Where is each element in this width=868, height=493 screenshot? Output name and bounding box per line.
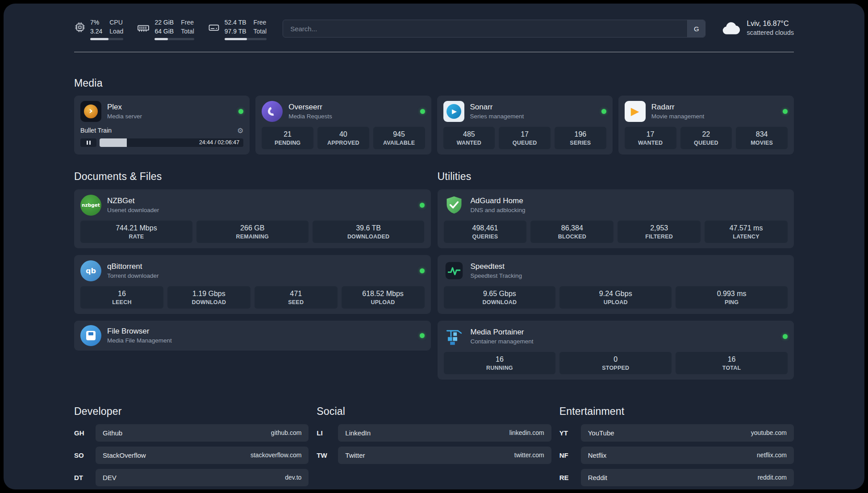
play-icon: ▶ — [631, 106, 639, 117]
stat-value: 16 — [83, 290, 161, 298]
overseerr-card[interactable]: Overseerr Media Requests 21PENDING40APPR… — [255, 96, 431, 155]
bookmark-abbr: NF — [559, 451, 581, 459]
stat-box: 2,953FILTERED — [618, 221, 701, 243]
stat-box: 16RUNNING — [444, 352, 556, 374]
stat-box: 471SEED — [255, 286, 338, 309]
portainer-icon — [444, 326, 465, 347]
section-title-media: Media — [74, 77, 794, 89]
bookmark-name: LinkedIn — [345, 429, 371, 437]
stat-box: 39.6 TBDOWNLOADED — [313, 221, 425, 243]
bookmark-row: SOStackOverflowstackoverflow.com — [74, 447, 309, 464]
cpu-icon — [74, 21, 86, 33]
adguard-shield-icon — [444, 195, 465, 216]
search-bar: G — [283, 20, 705, 38]
pause-button[interactable] — [80, 138, 96, 147]
app-name: Plex — [107, 103, 233, 112]
bookmark-row: LILinkedInlinkedin.com — [317, 424, 551, 442]
now-playing-title: Bullet Train — [80, 127, 237, 134]
stat-box: 9.65 GbpsDOWNLOAD — [444, 286, 556, 309]
weather-widget: Lviv, 16.87°C scattered clouds — [722, 19, 794, 36]
nzbget-icon: nzbget — [80, 195, 101, 216]
stat-label: QUERIES — [447, 234, 524, 240]
stat-box: 266 GBREMAINING — [196, 221, 309, 243]
playback-progress-fill — [100, 138, 127, 147]
stat-label: SERIES — [557, 140, 604, 146]
top-bar: 7% 3.24 CPU Load 22 GiB — [74, 4, 794, 40]
bookmark-abbr: TW — [317, 451, 338, 459]
cpu-monitor: 7% 3.24 CPU Load — [74, 19, 123, 40]
bookmark-name: Twitter — [345, 451, 365, 459]
stat-box: 17QUEUED — [499, 127, 551, 149]
ram-total-label: Total — [181, 28, 194, 35]
sonarr-card[interactable]: ▶ Sonarr Series management 485WANTED17QU… — [437, 96, 613, 155]
section-developer: Developer GHGithubgithub.comSOStackOverf… — [74, 405, 309, 486]
gear-icon[interactable]: ⚙ — [237, 126, 243, 135]
speedtest-card[interactable]: Speedtest Speedtest Tracking 9.65 GbpsDO… — [438, 255, 794, 314]
bookmark-link[interactable]: LinkedInlinkedin.com — [338, 424, 551, 442]
ram-total-value: 64 GiB — [154, 28, 174, 35]
bookmark-link[interactable]: Redditreddit.com — [581, 469, 794, 486]
filebrowser-card[interactable]: File Browser Media File Management — [74, 321, 431, 351]
stat-value: 9.65 Gbps — [447, 290, 553, 298]
bookmark-link[interactable]: Netflixnetflix.com — [581, 447, 794, 464]
playback-progress-bar[interactable]: 24:44 / 02:06:47 — [100, 138, 243, 147]
stat-value: 266 GB — [199, 224, 306, 232]
bookmark-url: github.com — [271, 429, 301, 436]
nzbget-card[interactable]: nzbget NZBGet Usenet downloader 744.21 M… — [74, 189, 431, 248]
stat-label: UPLOAD — [562, 299, 669, 305]
portainer-card[interactable]: Media Portainer Container management 16R… — [438, 321, 794, 380]
stat-box: 9.24 GbpsUPLOAD — [559, 286, 672, 309]
search-engine-button[interactable]: G — [687, 20, 705, 37]
app-name: NZBGet — [107, 196, 414, 205]
stat-box: 0.993 msPING — [676, 286, 788, 309]
app-name: Media Portainer — [471, 328, 777, 337]
stat-box: 834MOVIES — [736, 127, 788, 149]
stat-label: STOPPED — [562, 365, 669, 371]
stat-box: 22QUEUED — [680, 127, 732, 149]
app-subtitle: Usenet downloader — [107, 207, 414, 213]
disk-monitor: 52.4 TB 97.9 TB Free Total — [208, 19, 267, 40]
stat-value: 0 — [562, 355, 669, 363]
weather-condition: scattered clouds — [747, 29, 794, 36]
filebrowser-icon — [80, 325, 101, 346]
plex-chevron-icon: › — [84, 104, 98, 118]
overseerr-icon — [262, 101, 283, 122]
stat-box: 16LEECH — [80, 286, 163, 309]
bookmark-abbr: YT — [559, 429, 581, 437]
bookmark-link[interactable]: YouTubeyoutube.com — [581, 424, 794, 442]
disk-free-label: Free — [254, 19, 267, 26]
bookmark-url: dev.to — [285, 474, 301, 481]
stat-box: 40APPROVED — [317, 127, 369, 149]
stat-value: 40 — [320, 130, 367, 138]
bookmark-name: YouTube — [588, 429, 614, 437]
dashboard-panel: 7% 3.24 CPU Load 22 GiB — [4, 4, 864, 489]
bookmark-link[interactable]: Githubgithub.com — [96, 424, 309, 442]
plex-card[interactable]: › Plex Media server Bullet Train ⚙ 24:44 — [74, 96, 250, 155]
floppy-icon — [86, 331, 96, 340]
bookmark-link[interactable]: StackOverflowstackoverflow.com — [96, 447, 309, 464]
bookmark-link[interactable]: DEVdev.to — [96, 469, 309, 486]
cpu-load-label: Load — [109, 28, 123, 35]
stat-label: UPLOAD — [344, 299, 422, 305]
plex-icon: › — [80, 101, 101, 122]
search-input[interactable] — [283, 20, 705, 38]
bookmark-url: linkedin.com — [509, 429, 544, 436]
radarr-card[interactable]: ▶ Radarr Movie management 17WANTED22QUEU… — [618, 96, 794, 155]
app-subtitle: Media server — [107, 113, 233, 120]
disk-total-value: 97.9 TB — [225, 28, 246, 35]
cpu-percent: 7% — [90, 19, 102, 26]
disk-icon — [208, 21, 220, 34]
stat-box: 86,384BLOCKED — [530, 221, 613, 243]
section-media: Media › Plex Media server Bullet Train ⚙ — [74, 77, 794, 155]
status-dot — [420, 268, 425, 273]
adguard-card[interactable]: AdGuard Home DNS and adblocking 498,461Q… — [438, 189, 794, 248]
bookmark-link[interactable]: Twittertwitter.com — [338, 447, 551, 464]
stat-box: 17WANTED — [625, 127, 676, 149]
stat-value: 0.993 ms — [678, 290, 785, 298]
stat-value: 498,461 — [447, 224, 524, 232]
section-entertainment: Entertainment YTYouTubeyoutube.comNFNetf… — [559, 405, 794, 486]
stat-box: 618.52 MbpsUPLOAD — [342, 286, 425, 309]
qbittorrent-card[interactable]: qb qBittorrent Torrent downloader 16LEEC… — [74, 255, 431, 314]
stats-row: 498,461QUERIES86,384BLOCKED2,953FILTERED… — [444, 221, 788, 243]
stat-box: 16TOTAL — [676, 352, 788, 374]
